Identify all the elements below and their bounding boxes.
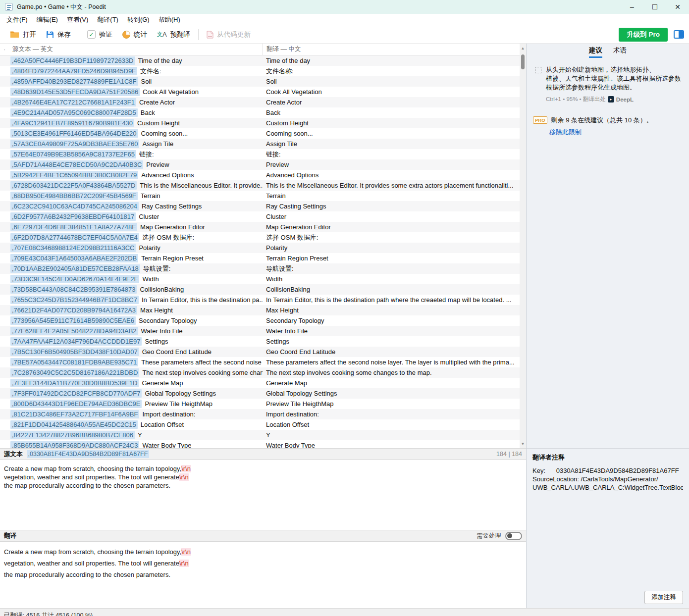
table-row[interactable]: ,6E7297DF4D6F8E384851E1A8A27A748FMap Gen…: [0, 222, 526, 232]
table-row[interactable]: ,707E08C3468988124E2D98B21116A3CCPolarit…: [0, 243, 526, 253]
close-button[interactable]: ✕: [666, 0, 689, 14]
entry-translation-text: Ray Casting Settings: [263, 203, 526, 210]
menu-go[interactable]: 转到(G): [123, 15, 154, 24]
grid-scrollbar[interactable]: ▲ ▼: [520, 44, 526, 448]
translation-text-input[interactable]: Create a new map from scratch, choosing …: [0, 542, 526, 608]
entry-source-text: Cooming soon...: [141, 130, 188, 137]
translator-notes-panel: 翻译者注释 Key: 0330A81F4E43DA9D584B2D89F81A6…: [527, 448, 689, 608]
scroll-up-arrow-icon[interactable]: ▲: [520, 45, 526, 51]
table-row[interactable]: ,7C28763049C5C2C5D8167186A221BDBDThe nex…: [0, 367, 526, 378]
scroll-down-arrow-icon[interactable]: ▼: [520, 440, 526, 447]
tab-glossary[interactable]: 术语: [613, 46, 627, 56]
entry-translation-text: Generate Map: [263, 379, 526, 387]
suggestion-item[interactable]: 从头开始创建新地图，选择地形拓扑、 植被、天气和土壤属性。该工具将根据所选参数 …: [527, 57, 689, 92]
table-row[interactable]: ,462A50FC4446F19B3DF119897272633DTime of…: [0, 55, 526, 66]
entry-id-badge: ,6C23C2C9410C63AC4D745CA245086204: [10, 202, 139, 210]
table-row[interactable]: ,7AA47FAA4F12A034F796D4ACCDDD1E97Setting…: [0, 336, 526, 347]
table-row[interactable]: ,4804FD7972244AA79FD5246D9B945D9F文件名:文件名…: [0, 66, 526, 76]
entry-source-text: Back: [141, 109, 155, 116]
entry-source-text: 链接:: [139, 150, 154, 159]
crlf-marker: \r\n: [179, 473, 189, 481]
pro-badge: PRO: [533, 116, 547, 124]
table-row[interactable]: ,76621D2F4AD077CD208B9794A16472A3Max Hei…: [0, 305, 526, 315]
table-row[interactable]: ,6728D603421DC22F5A0F43864BA5527DThis is…: [0, 180, 526, 191]
maximize-button[interactable]: ☐: [643, 0, 666, 14]
table-row[interactable]: ,7F3FF017492DC2CD82FCFB8CD770ADF7Global …: [0, 388, 526, 399]
entry-translation-text: Max Height: [263, 307, 526, 314]
entry-source-text: Width: [142, 275, 159, 283]
open-button[interactable]: 打开: [5, 28, 41, 41]
entry-source-text: Geo Coord End Latitude: [142, 348, 212, 356]
table-row[interactable]: ,7BE57A0543447C08181FDB9ABE935C71These p…: [0, 357, 526, 367]
entry-id-badge: ,5013CE3E4961FF6146ED54BA964DE220: [10, 129, 138, 138]
minimize-button[interactable]: –: [621, 0, 643, 14]
translation-grid: · 源文本 — 英文 翻译 — 中文 ,462A50FC4446F19B3DF1…: [0, 44, 526, 448]
add-comment-button[interactable]: 添加注释: [644, 591, 683, 604]
entry-id-badge: ,48D639D145E53D5FECDA9DA751F20586: [10, 88, 140, 96]
entry-id-badge: ,73D58BC443A08C84C2B95391E7864873: [10, 285, 137, 294]
entry-id-badge: ,7AA47FAA4F12A034F796D4ACCDDD1E97: [10, 337, 142, 346]
entry-translation-text: Cook All Vegetation: [263, 88, 526, 96]
table-row[interactable]: ,7655C3C245D7B152344946B7F1DC8BC7In Terr…: [0, 295, 526, 305]
upgrade-pro-button[interactable]: 升级到 Pro: [619, 28, 668, 42]
entry-translation-text: Create Actor: [263, 99, 526, 106]
sidebar-layout-icon[interactable]: [674, 30, 684, 39]
current-entry-id-badge: ,0330A81F4E43DA9D584B2D89F81A67FF: [27, 450, 150, 458]
entry-translation-text: Settings: [263, 338, 526, 345]
table-row[interactable]: ,4E9C214A4D057A95C069C880074F28D5BackBac…: [0, 107, 526, 118]
entry-id-badge: ,4B26746E4EA17C7212C76681A1F243F1: [10, 98, 136, 106]
table-row[interactable]: ,84227F134278827B96BB68980B7CE806YY: [0, 430, 526, 440]
entry-source-text: The next step involves cooking some chan…: [142, 369, 263, 376]
table-row[interactable]: ,6F2D07D8A27744678BC7EF04C5A0A7E4选择 OSM …: [0, 232, 526, 243]
table-row[interactable]: ,57E64E0749B9E3B5856A9C81737E2F65链接:链接:: [0, 149, 526, 159]
menu-translation[interactable]: 翻译(T): [93, 15, 123, 24]
translation-column-header[interactable]: 翻译 — 中文: [263, 44, 526, 55]
entry-translation-text: 导航设置:: [263, 264, 526, 273]
table-row[interactable]: ,73D3C9F145C4ED0AD62670A14F4F9E2FWidthWi…: [0, 274, 526, 284]
table-row[interactable]: ,4B26746E4EA17C7212C76681A1F243F1Create …: [0, 97, 526, 107]
scrollbar-thumb[interactable]: [521, 54, 525, 69]
update-from-code-button[interactable]: 从代码更新: [202, 28, 256, 41]
table-row[interactable]: ,7B5C130F6B504905BF3DD438F10DAD07Geo Coo…: [0, 347, 526, 357]
entry-source-text: Time of the day: [138, 57, 182, 64]
entry-id-badge: ,7BE57A0543447C08181FDB9ABE935C71: [10, 358, 138, 366]
table-row[interactable]: ,6C23C2C9410C63AC4D745CA245086204Ray Cas…: [0, 201, 526, 211]
validate-button[interactable]: ✓ 验证: [82, 28, 117, 41]
table-row[interactable]: ,85B655B14A958F368D9ADC880ACF24C3Water B…: [0, 440, 526, 448]
table-row[interactable]: ,5B2942FF4BE1C65094BBF3B0CB082F79Advance…: [0, 170, 526, 180]
table-row[interactable]: ,821F1DD041425488640A55AE45DC2C15Locatio…: [0, 419, 526, 430]
entry-source-text: Assign Tile: [142, 140, 173, 148]
table-row[interactable]: ,73D58BC443A08C84C2B95391E7864873Collisi…: [0, 284, 526, 295]
remove-limit-link[interactable]: 移除此限制: [549, 128, 582, 137]
menu-help[interactable]: 帮助(H): [154, 15, 185, 24]
table-row[interactable]: ,773956A545E911C71614B59890C5EAE6Seconda…: [0, 315, 526, 326]
table-row[interactable]: ,4859AFFD40B293ED82774889FE1A1C8FSoilSoi…: [0, 76, 526, 87]
statistics-button[interactable]: 统计: [117, 28, 152, 41]
table-row[interactable]: ,68DB950E4984BB6BB72C209F45B4569FTerrain…: [0, 191, 526, 201]
save-button[interactable]: 保存: [41, 28, 76, 41]
table-row[interactable]: ,70D1AAB2E902405A81DE57CEB28FAA18导航设置:导航…: [0, 263, 526, 274]
table-row[interactable]: ,6D2F9577A6B2432F9638EBDF64101817Cluster…: [0, 211, 526, 222]
needs-work-toggle[interactable]: [505, 532, 522, 540]
table-row[interactable]: ,5013CE3E4961FF6146ED54BA964DE220Cooming…: [0, 128, 526, 139]
entry-source-text: 选择 OSM 数据库:: [142, 233, 194, 242]
source-column-header[interactable]: 源文本 — 英文: [9, 45, 263, 53]
entry-source-text: Polarity: [139, 244, 160, 252]
table-row[interactable]: ,77E628EF4E2A05E50482278DA94D3AB2Water I…: [0, 326, 526, 336]
table-row[interactable]: ,709E43C043F1A645003A6ABAE2F202DBTerrain…: [0, 253, 526, 263]
menu-view[interactable]: 查看(V): [62, 15, 93, 24]
table-row[interactable]: ,7E3FF3144DA11B770F30D0B8BD539E1DGenerat…: [0, 378, 526, 388]
table-row[interactable]: ,57A3CE0A49809F725A9DB3BAEE35E760Assign …: [0, 139, 526, 149]
menu-file[interactable]: 文件(F): [2, 15, 32, 24]
toolbar-separator: [198, 29, 199, 40]
status-column-header[interactable]: ·: [0, 46, 9, 53]
pretranslate-button[interactable]: 文A 预翻译: [152, 28, 195, 41]
menu-edit[interactable]: 编辑(E): [32, 15, 62, 24]
tab-suggestions[interactable]: 建议: [589, 46, 602, 58]
table-row[interactable]: ,800D6D43443D1F96EDE794AED36DBC9EPreview…: [0, 399, 526, 409]
entry-id-badge: ,4804FD7972244AA79FD5246D9B945D9F: [10, 67, 137, 75]
table-row[interactable]: ,81C21D3C486EF73A2C717FBF14F6A9BFImport …: [0, 409, 526, 419]
table-row[interactable]: ,5AFD71A448E4CE78ECD50A9C2DA40B3CPreview…: [0, 159, 526, 170]
table-row[interactable]: ,48D639D145E53D5FECDA9DA751F20586Cook Al…: [0, 87, 526, 97]
table-row[interactable]: ,4FA9C12941EB7F8959116790B981E430Custom …: [0, 118, 526, 128]
